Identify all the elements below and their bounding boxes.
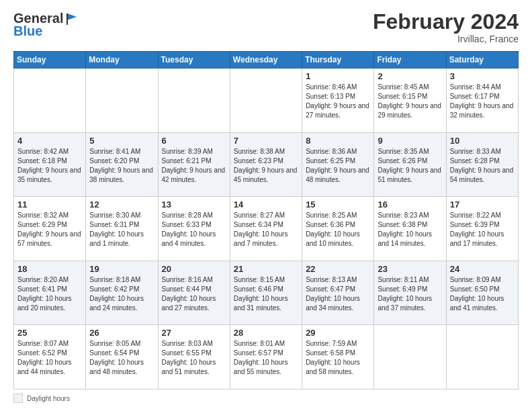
calendar-cell: 12Sunrise: 8:30 AM Sunset: 6:31 PM Dayli… bbox=[86, 197, 158, 261]
day-info-text: Sunrise: 8:09 AM Sunset: 6:50 PM Dayligh… bbox=[450, 275, 515, 313]
calendar-week-row: 11Sunrise: 8:32 AM Sunset: 6:29 PM Dayli… bbox=[14, 197, 519, 261]
daylight-box-icon bbox=[13, 394, 23, 403]
day-number: 3 bbox=[450, 71, 515, 81]
day-info-text: Sunrise: 8:13 AM Sunset: 6:47 PM Dayligh… bbox=[306, 275, 370, 313]
calendar-cell: 22Sunrise: 8:13 AM Sunset: 6:47 PM Dayli… bbox=[302, 261, 374, 325]
dow-header-cell: Wednesday bbox=[230, 52, 302, 68]
day-info-text: Sunrise: 8:46 AM Sunset: 6:13 PM Dayligh… bbox=[306, 83, 370, 120]
calendar-week-row: 1Sunrise: 8:46 AM Sunset: 6:13 PM Daylig… bbox=[14, 68, 519, 133]
day-info-text: Sunrise: 8:45 AM Sunset: 6:15 PM Dayligh… bbox=[378, 83, 442, 120]
calendar-week-row: 18Sunrise: 8:20 AM Sunset: 6:41 PM Dayli… bbox=[14, 261, 519, 325]
daylight-label: Daylight hours bbox=[27, 395, 70, 402]
calendar-cell bbox=[230, 68, 302, 133]
day-of-week-header-row: SundayMondayTuesdayWednesdayThursdayFrid… bbox=[14, 52, 519, 68]
day-number: 27 bbox=[162, 328, 226, 338]
calendar-cell: 27Sunrise: 8:03 AM Sunset: 6:55 PM Dayli… bbox=[158, 325, 230, 390]
calendar-cell: 21Sunrise: 8:15 AM Sunset: 6:46 PM Dayli… bbox=[230, 261, 302, 325]
calendar-cell: 1Sunrise: 8:46 AM Sunset: 6:13 PM Daylig… bbox=[302, 68, 374, 133]
calendar-cell bbox=[86, 68, 158, 133]
day-info-text: Sunrise: 8:44 AM Sunset: 6:17 PM Dayligh… bbox=[450, 83, 515, 120]
day-info-text: Sunrise: 8:41 AM Sunset: 6:20 PM Dayligh… bbox=[89, 147, 154, 185]
day-info-text: Sunrise: 8:05 AM Sunset: 6:54 PM Dayligh… bbox=[89, 339, 154, 377]
calendar-cell: 6Sunrise: 8:39 AM Sunset: 6:21 PM Daylig… bbox=[158, 132, 230, 197]
calendar-cell: 10Sunrise: 8:33 AM Sunset: 6:28 PM Dayli… bbox=[446, 132, 518, 197]
day-info-text: Sunrise: 8:07 AM Sunset: 6:52 PM Dayligh… bbox=[17, 339, 82, 377]
day-number: 5 bbox=[89, 136, 154, 146]
day-number: 15 bbox=[306, 199, 370, 210]
day-number: 10 bbox=[450, 136, 515, 146]
day-number: 22 bbox=[306, 264, 370, 274]
calendar-cell: 20Sunrise: 8:16 AM Sunset: 6:44 PM Dayli… bbox=[158, 261, 230, 325]
day-number: 12 bbox=[89, 199, 154, 210]
day-number: 23 bbox=[378, 264, 442, 274]
calendar-cell: 4Sunrise: 8:42 AM Sunset: 6:18 PM Daylig… bbox=[14, 132, 86, 197]
calendar-table: SundayMondayTuesdayWednesdayThursdayFrid… bbox=[13, 51, 519, 390]
day-number: 24 bbox=[450, 264, 515, 274]
day-number: 1 bbox=[306, 71, 370, 81]
calendar-week-row: 4Sunrise: 8:42 AM Sunset: 6:18 PM Daylig… bbox=[14, 132, 519, 197]
calendar-cell: 8Sunrise: 8:36 AM Sunset: 6:25 PM Daylig… bbox=[302, 132, 374, 197]
calendar-cell: 9Sunrise: 8:35 AM Sunset: 6:26 PM Daylig… bbox=[374, 132, 446, 197]
day-info-text: Sunrise: 8:28 AM Sunset: 6:33 PM Dayligh… bbox=[162, 211, 226, 248]
logo: General Blue bbox=[13, 11, 79, 39]
calendar-cell: 28Sunrise: 8:01 AM Sunset: 6:57 PM Dayli… bbox=[230, 325, 302, 390]
day-number: 16 bbox=[378, 199, 442, 210]
day-number: 26 bbox=[89, 328, 154, 338]
calendar-cell: 14Sunrise: 8:27 AM Sunset: 6:34 PM Dayli… bbox=[230, 197, 302, 261]
day-info-text: Sunrise: 8:30 AM Sunset: 6:31 PM Dayligh… bbox=[89, 211, 154, 248]
calendar-cell: 16Sunrise: 8:23 AM Sunset: 6:38 PM Dayli… bbox=[374, 197, 446, 261]
dow-header-cell: Tuesday bbox=[158, 52, 230, 68]
day-info-text: Sunrise: 8:35 AM Sunset: 6:26 PM Dayligh… bbox=[378, 147, 442, 185]
calendar-cell: 26Sunrise: 8:05 AM Sunset: 6:54 PM Dayli… bbox=[86, 325, 158, 390]
calendar-cell bbox=[374, 325, 446, 390]
calendar-cell: 17Sunrise: 8:22 AM Sunset: 6:39 PM Dayli… bbox=[446, 197, 518, 261]
calendar-cell bbox=[446, 325, 518, 390]
day-number: 4 bbox=[17, 136, 82, 146]
day-info-text: Sunrise: 8:18 AM Sunset: 6:42 PM Dayligh… bbox=[89, 275, 154, 313]
svg-marker-0 bbox=[67, 13, 77, 20]
calendar-week-row: 25Sunrise: 8:07 AM Sunset: 6:52 PM Dayli… bbox=[14, 325, 519, 390]
day-number: 17 bbox=[450, 199, 515, 210]
logo-flag-icon bbox=[64, 11, 79, 26]
day-number: 20 bbox=[162, 264, 226, 274]
calendar-cell: 3Sunrise: 8:44 AM Sunset: 6:17 PM Daylig… bbox=[446, 68, 518, 133]
calendar-cell: 15Sunrise: 8:25 AM Sunset: 6:36 PM Dayli… bbox=[302, 197, 374, 261]
day-number: 8 bbox=[306, 136, 370, 146]
calendar-cell: 7Sunrise: 8:38 AM Sunset: 6:23 PM Daylig… bbox=[230, 132, 302, 197]
calendar-cell: 5Sunrise: 8:41 AM Sunset: 6:20 PM Daylig… bbox=[86, 132, 158, 197]
calendar-cell: 23Sunrise: 8:11 AM Sunset: 6:49 PM Dayli… bbox=[374, 261, 446, 325]
day-number: 6 bbox=[162, 136, 226, 146]
day-info-text: Sunrise: 8:25 AM Sunset: 6:36 PM Dayligh… bbox=[306, 211, 370, 248]
header-title-block: February 2024 Irvillac, France bbox=[373, 11, 519, 44]
day-number: 25 bbox=[17, 328, 82, 338]
page-header: General Blue February 2024 Irvillac, Fra… bbox=[13, 11, 519, 44]
day-info-text: Sunrise: 8:20 AM Sunset: 6:41 PM Dayligh… bbox=[17, 275, 82, 313]
day-info-text: Sunrise: 8:33 AM Sunset: 6:28 PM Dayligh… bbox=[450, 147, 515, 185]
calendar-cell bbox=[14, 68, 86, 133]
day-info-text: Sunrise: 8:38 AM Sunset: 6:23 PM Dayligh… bbox=[234, 147, 298, 185]
calendar-cell: 25Sunrise: 8:07 AM Sunset: 6:52 PM Dayli… bbox=[14, 325, 86, 390]
day-number: 21 bbox=[234, 264, 298, 274]
location-label: Irvillac, France bbox=[373, 34, 519, 44]
calendar-cell: 18Sunrise: 8:20 AM Sunset: 6:41 PM Dayli… bbox=[14, 261, 86, 325]
month-title: February 2024 bbox=[373, 11, 519, 32]
day-info-text: Sunrise: 8:23 AM Sunset: 6:38 PM Dayligh… bbox=[378, 211, 442, 248]
day-info-text: Sunrise: 8:01 AM Sunset: 6:57 PM Dayligh… bbox=[234, 339, 298, 377]
day-number: 9 bbox=[378, 136, 442, 146]
calendar-cell: 11Sunrise: 8:32 AM Sunset: 6:29 PM Dayli… bbox=[14, 197, 86, 261]
day-number: 7 bbox=[234, 136, 298, 146]
dow-header-cell: Thursday bbox=[302, 52, 374, 68]
day-number: 14 bbox=[234, 199, 298, 210]
calendar-cell: 13Sunrise: 8:28 AM Sunset: 6:33 PM Dayli… bbox=[158, 197, 230, 261]
dow-header-cell: Saturday bbox=[446, 52, 518, 68]
day-info-text: Sunrise: 7:59 AM Sunset: 6:58 PM Dayligh… bbox=[306, 339, 370, 377]
day-number: 28 bbox=[234, 328, 298, 338]
calendar-cell: 24Sunrise: 8:09 AM Sunset: 6:50 PM Dayli… bbox=[446, 261, 518, 325]
day-info-text: Sunrise: 8:36 AM Sunset: 6:25 PM Dayligh… bbox=[306, 147, 370, 185]
day-number: 2 bbox=[378, 71, 442, 81]
day-info-text: Sunrise: 8:22 AM Sunset: 6:39 PM Dayligh… bbox=[450, 211, 515, 248]
dow-header-cell: Monday bbox=[86, 52, 158, 68]
calendar-cell bbox=[158, 68, 230, 133]
day-info-text: Sunrise: 8:11 AM Sunset: 6:49 PM Dayligh… bbox=[378, 275, 442, 313]
day-number: 11 bbox=[17, 199, 82, 210]
